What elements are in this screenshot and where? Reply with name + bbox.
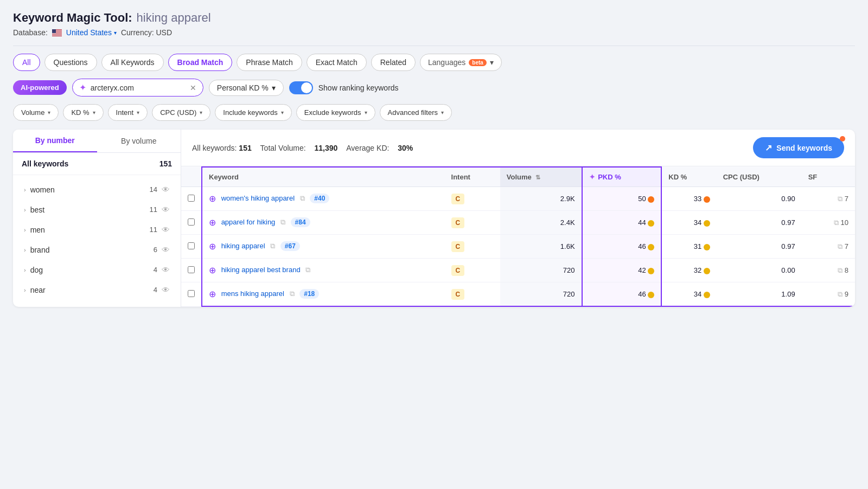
- table-summary-row: All keywords: 151 Total Volume: 11,390 A…: [181, 130, 855, 166]
- pkd-dot: [648, 292, 654, 298]
- row-checkbox[interactable]: [188, 266, 195, 273]
- keyword-link[interactable]: hiking apparel: [221, 242, 265, 250]
- volume-cell: 720: [500, 282, 582, 307]
- chevron-right-icon: ›: [24, 207, 26, 213]
- toggle-row: Show ranking keywords: [289, 81, 399, 94]
- sidebar-item[interactable]: › men 11 👁: [15, 220, 178, 240]
- add-icon[interactable]: ⊕: [209, 289, 216, 299]
- eye-icon[interactable]: 👁: [162, 205, 170, 214]
- add-icon[interactable]: ⊕: [209, 242, 216, 251]
- add-icon[interactable]: ⊕: [209, 218, 216, 227]
- copy-icon[interactable]: ⧉: [280, 218, 285, 226]
- th-keyword[interactable]: Keyword: [202, 167, 445, 187]
- sf-value: 10: [841, 218, 848, 227]
- sf-cell: ⧉ 8: [802, 259, 855, 282]
- sidebar-item-count-value: 4: [154, 286, 157, 294]
- kd-selector[interactable]: Personal KD % ▾: [209, 80, 284, 96]
- th-cpc[interactable]: CPC (USD): [717, 167, 802, 187]
- us-flag-icon: [52, 29, 62, 36]
- copy-icon[interactable]: ⧉: [305, 266, 310, 274]
- tab-exact-match[interactable]: Exact Match: [307, 54, 367, 71]
- svg-rect-7: [52, 29, 56, 33]
- sf-copy-icon[interactable]: ⧉: [838, 195, 843, 203]
- sidebar-item-label: brand: [30, 246, 50, 254]
- tab-questions[interactable]: Questions: [44, 54, 97, 71]
- th-checkbox: [181, 167, 202, 187]
- advanced-filters[interactable]: Advanced filters ▾: [380, 104, 452, 121]
- tab-all[interactable]: All: [13, 54, 40, 71]
- th-volume[interactable]: Volume ⇅: [500, 167, 582, 187]
- keyword-link[interactable]: apparel for hiking: [221, 218, 276, 226]
- eye-icon[interactable]: 👁: [162, 185, 170, 194]
- intent-filter[interactable]: Intent ▾: [108, 104, 148, 121]
- tab-all-keywords[interactable]: All Keywords: [101, 54, 164, 71]
- domain-input[interactable]: [91, 83, 186, 92]
- svg-rect-5: [52, 34, 62, 35]
- sidebar-item-label: men: [30, 226, 45, 234]
- sidebar-item[interactable]: › near 4 👁: [15, 280, 178, 300]
- keyword-link[interactable]: women's hiking apparel: [221, 194, 295, 202]
- sf-copy-icon[interactable]: ⧉: [838, 290, 843, 298]
- row-checkbox-cell[interactable]: [181, 282, 202, 307]
- header: Keyword Magic Tool: hiking apparel Datab…: [13, 11, 855, 37]
- sidebar-item[interactable]: › brand 6 👁: [15, 240, 178, 260]
- tab-related[interactable]: Related: [371, 54, 416, 71]
- copy-icon[interactable]: ⧉: [270, 242, 275, 250]
- tab-phrase-match[interactable]: Phrase Match: [237, 54, 302, 71]
- sf-copy-icon[interactable]: ⧉: [834, 218, 839, 227]
- th-intent[interactable]: Intent: [445, 167, 500, 187]
- chevron-right-icon: ›: [24, 267, 26, 273]
- add-icon[interactable]: ⊕: [209, 266, 216, 275]
- svg-rect-4: [52, 33, 62, 34]
- eye-icon[interactable]: 👁: [162, 265, 170, 274]
- sidebar-item-label: near: [30, 286, 46, 294]
- cpc-filter[interactable]: CPC (USD) ▾: [152, 104, 210, 121]
- database-country-link[interactable]: United States ▾: [66, 28, 117, 37]
- add-icon[interactable]: ⊕: [209, 194, 216, 203]
- exclude-keywords-filter[interactable]: Exclude keywords ▾: [296, 104, 375, 121]
- tab-languages[interactable]: Languages beta ▾: [420, 54, 502, 71]
- include-keywords-filter[interactable]: Include keywords ▾: [215, 104, 291, 121]
- sidebar-tab-by-number[interactable]: By number: [13, 130, 97, 152]
- copy-icon[interactable]: ⧉: [290, 289, 295, 298]
- eye-icon[interactable]: 👁: [162, 285, 170, 294]
- sidebar-item-count-value: 11: [150, 205, 157, 214]
- show-ranking-toggle[interactable]: [289, 81, 313, 94]
- keyword-link[interactable]: mens hiking apparel: [221, 289, 284, 298]
- row-checkbox[interactable]: [188, 195, 195, 202]
- total-volume: 11,390: [315, 144, 338, 152]
- row-checkbox[interactable]: [188, 218, 195, 226]
- cpc-cell: 0.00: [717, 259, 802, 282]
- th-kd[interactable]: KD %: [661, 167, 716, 187]
- sidebar-item-label: dog: [30, 266, 43, 274]
- sidebar-item[interactable]: › best 11 👁: [15, 200, 178, 220]
- sf-copy-icon[interactable]: ⧉: [838, 266, 843, 274]
- tab-broad-match[interactable]: Broad Match: [168, 54, 233, 71]
- kd-filter[interactable]: KD % ▾: [63, 104, 103, 121]
- sidebar-all-keywords-label: All keywords: [22, 159, 68, 168]
- sidebar-item[interactable]: › women 14 👁: [15, 179, 178, 200]
- sort-icon: ⇅: [535, 174, 540, 181]
- row-checkbox[interactable]: [188, 290, 195, 297]
- sidebar-item[interactable]: › dog 4 👁: [15, 260, 178, 280]
- th-sf[interactable]: SF: [802, 167, 855, 187]
- th-pkd[interactable]: ✦ PKD %: [582, 167, 662, 187]
- row-checkbox-cell[interactable]: [181, 235, 202, 259]
- sf-value: 8: [845, 266, 848, 274]
- keyword-link[interactable]: hiking apparel best brand: [221, 266, 301, 274]
- eye-icon[interactable]: 👁: [162, 225, 170, 234]
- row-checkbox-cell[interactable]: [181, 259, 202, 282]
- row-checkbox-cell[interactable]: [181, 187, 202, 211]
- copy-icon[interactable]: ⧉: [300, 194, 305, 202]
- eye-icon[interactable]: 👁: [162, 245, 170, 254]
- sidebar-tab-by-volume[interactable]: By volume: [97, 130, 181, 152]
- chevron-down-icon: ▾: [490, 58, 494, 67]
- cpc-cell: 0.97: [717, 235, 802, 259]
- kd-cell: 34: [661, 282, 716, 307]
- row-checkbox-cell[interactable]: [181, 211, 202, 235]
- clear-icon[interactable]: ✕: [190, 83, 196, 92]
- volume-filter[interactable]: Volume ▾: [13, 104, 59, 121]
- sf-copy-icon[interactable]: ⧉: [838, 242, 843, 250]
- row-checkbox[interactable]: [188, 242, 195, 249]
- send-keywords-button[interactable]: ↗ Send keywords: [753, 137, 844, 158]
